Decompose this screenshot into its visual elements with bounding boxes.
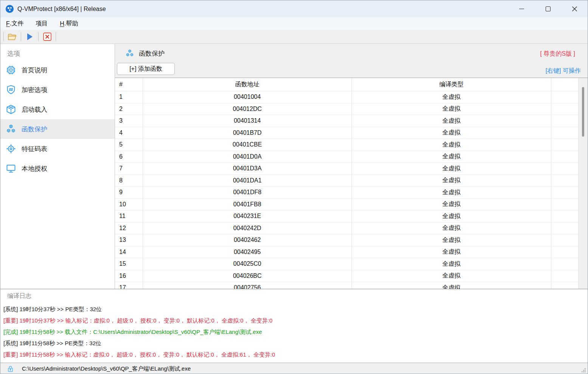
menubar: F.文件 项目 H.帮助 — [0, 17, 588, 30]
chip-icon — [6, 65, 16, 75]
main-panel: 函数保护 [ 尊贵的S版 ] [+] 添加函数 [右键] 可操作 # 函数地址 … — [115, 44, 588, 289]
lock-icon — [6, 365, 14, 373]
sidebar-item-home[interactable]: 首页说明 — [0, 60, 115, 80]
function-address: 00401D0A — [143, 151, 352, 163]
menu-file[interactable]: F.文件 — [2, 17, 28, 30]
column-header-type: 编译类型 — [352, 78, 551, 91]
vertical-scrollbar[interactable] — [578, 78, 588, 289]
table-header: # 函数地址 编译类型 — [115, 78, 588, 91]
function-address: 00401004 — [143, 91, 352, 103]
function-address: 00401DA1 — [143, 175, 352, 187]
table-row[interactable]: 17 00402756 全虚拟 — [115, 282, 588, 289]
scrollbar-thumb[interactable] — [582, 87, 584, 137]
table-row[interactable]: 5 00401CBE 全虚拟 — [115, 139, 588, 151]
table-row[interactable]: 11 0040231E 全虚拟 — [115, 210, 588, 223]
compile-type: 全虚拟 — [352, 175, 551, 187]
titlebar: Q-VMProtect [x86/x64] | Release — [0, 0, 588, 17]
table-row[interactable]: 16 004026BC 全虚拟 — [115, 270, 588, 282]
menu-file-label: .文件 — [10, 20, 23, 28]
function-address: 004025C0 — [143, 258, 352, 270]
compile-type: 全虚拟 — [352, 234, 551, 246]
row-index: 4 — [115, 127, 143, 139]
open-file-button[interactable] — [4, 31, 21, 42]
close-icon — [572, 6, 577, 12]
log-line: [系统] 19时10分37秒 >> PE类型：32位 — [0, 304, 588, 315]
row-index: 13 — [115, 234, 143, 246]
loaded-file-path: C:\Users\Administrator\Desktop\S_v60\QP_… — [22, 365, 191, 372]
row-index: 14 — [115, 246, 143, 258]
menu-help-mnemonic: H — [60, 20, 64, 27]
minimize-button[interactable] — [508, 0, 535, 17]
minimize-icon — [519, 9, 524, 9]
run-button[interactable] — [21, 31, 38, 42]
sidebar-item-local-license[interactable]: 本地授权 — [0, 159, 115, 178]
function-address: 00401FB8 — [143, 199, 352, 210]
add-function-button[interactable]: [+] 添加函数 — [117, 63, 175, 75]
toolbar-separator — [56, 32, 56, 41]
menu-help[interactable]: H.帮助 — [56, 17, 82, 30]
compile-type: 全虚拟 — [352, 151, 551, 163]
table-row[interactable]: 1 00401004 全虚拟 — [115, 91, 588, 103]
table-row[interactable]: 7 00401D3A 全虚拟 — [115, 163, 588, 175]
content-area: 选项 首页说明 加密选项 — [0, 44, 588, 289]
row-index: 10 — [115, 199, 143, 210]
cubes-icon — [125, 49, 134, 58]
table-row[interactable]: 15 004025C0 全虚拟 — [115, 258, 588, 270]
function-address: 00402756 — [143, 282, 352, 289]
function-address: 00401314 — [143, 115, 352, 127]
table-row[interactable]: 9 00401DF8 全虚拟 — [115, 187, 588, 199]
maximize-button[interactable] — [535, 0, 561, 17]
row-index: 17 — [115, 282, 143, 289]
function-address: 004012DC — [143, 103, 352, 115]
resize-grip-icon[interactable] — [580, 367, 586, 373]
target-icon — [6, 143, 16, 154]
compile-log-panel: 编译日志 [系统] 19时10分37秒 >> PE类型：32位 [重要] 19时… — [0, 289, 588, 363]
row-index: 15 — [115, 258, 143, 270]
statusbar: C:\Users\Administrator\Desktop\S_v60\QP_… — [0, 363, 588, 374]
sidebar-item-label: 首页说明 — [22, 66, 47, 75]
compile-type: 全虚拟 — [352, 223, 551, 234]
cubes-icon — [6, 124, 16, 134]
compile-type: 全虚拟 — [352, 258, 551, 270]
maximize-icon — [546, 6, 551, 11]
cube-icon — [6, 104, 16, 115]
function-address: 00402462 — [143, 234, 352, 246]
function-address: 00401B7D — [143, 127, 352, 139]
compile-type: 全虚拟 — [352, 187, 551, 198]
row-index: 3 — [115, 115, 143, 127]
premium-badge: [ 尊贵的S版 ] — [540, 50, 575, 58]
sidebar-item-signature-table[interactable]: 特征码表 — [0, 139, 115, 159]
sidebar-item-boot-load[interactable]: 启动载入 — [0, 100, 115, 119]
table-row[interactable]: 8 00401DA1 全虚拟 — [115, 175, 588, 187]
function-address: 00401D3A — [143, 163, 352, 175]
table-row[interactable]: 14 00402495 全虚拟 — [115, 246, 588, 259]
compile-type: 全虚拟 — [352, 127, 551, 139]
sidebar: 选项 首页说明 加密选项 — [0, 44, 115, 289]
table-row[interactable]: 13 00402462 全虚拟 — [115, 234, 588, 246]
toolbar — [0, 30, 588, 44]
sidebar-item-label: 本地授权 — [22, 164, 47, 173]
run-icon — [26, 33, 34, 41]
delete-icon — [43, 32, 52, 41]
table-row[interactable]: 12 0040242D 全虚拟 — [115, 223, 588, 235]
function-address: 0040231E — [143, 210, 352, 222]
table-row[interactable]: 3 00401314 全虚拟 — [115, 115, 588, 127]
close-button[interactable] — [561, 0, 588, 17]
compile-type: 全虚拟 — [352, 199, 551, 210]
sidebar-item-label: 特征码表 — [22, 145, 47, 153]
function-address: 00402495 — [143, 246, 352, 258]
menu-file-mnemonic: F — [6, 20, 10, 27]
sidebar-item-label: 加密选项 — [22, 86, 47, 94]
delete-button[interactable] — [39, 31, 56, 42]
table-row[interactable]: 6 00401D0A 全虚拟 — [115, 151, 588, 163]
table-row[interactable]: 10 00401FB8 全虚拟 — [115, 199, 588, 211]
row-index: 16 — [115, 270, 143, 282]
table-row[interactable]: 4 00401B7D 全虚拟 — [115, 127, 588, 139]
menu-project[interactable]: 项目 — [31, 17, 52, 30]
log-line: [重要] 19时10分37秒 >> 输入标记：虚拟:0， 超级:0， 授权:0，… — [0, 315, 588, 326]
row-index: 7 — [115, 163, 143, 175]
sidebar-item-encrypt-options[interactable]: 加密选项 — [0, 80, 115, 100]
log-lines: [系统] 19时10分37秒 >> PE类型：32位 [重要] 19时10分37… — [0, 304, 588, 360]
sidebar-item-function-protect[interactable]: 函数保护 — [0, 119, 115, 139]
table-row[interactable]: 2 004012DC 全虚拟 — [115, 103, 588, 115]
